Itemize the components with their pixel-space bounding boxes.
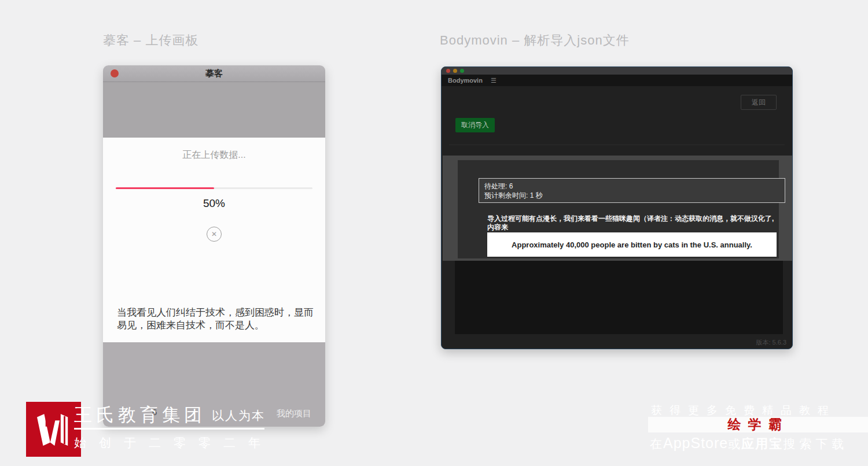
cat-fact-text: Approximately 40,000 people are bitten b… xyxy=(512,241,752,249)
import-progress-panel: 待处理: 6 预计剩余时间: 1 秒 导入过程可能有点漫长，我们来看看一些猫咪趣… xyxy=(443,156,792,261)
divider-line xyxy=(74,428,264,430)
bodymovin-window: Bodymovin ☰ 返回 取消导入 待处理: 6 预计剩余时间: 1 秒 导… xyxy=(441,66,793,349)
window-title: 摹客 xyxy=(205,68,223,79)
company-slogan: 以人为本 xyxy=(212,408,265,424)
my-projects-link[interactable]: 我的项目 xyxy=(277,408,311,419)
w-book-logo-icon xyxy=(26,402,81,457)
preview-area xyxy=(455,261,783,334)
scrollbar-left[interactable] xyxy=(443,156,458,261)
pending-info-box: 待处理: 6 预计剩余时间: 1 秒 xyxy=(479,178,785,203)
brand-name: 绘学霸 xyxy=(728,416,789,434)
mockplus-titlebar: 摹客 xyxy=(103,65,325,82)
company-logo xyxy=(26,402,81,457)
pending-count: 待处理: 6 xyxy=(484,182,785,191)
cat-fact-box: Approximately 40,000 people are bitten b… xyxy=(487,232,777,257)
import-progress-content: 待处理: 6 预计剩余时间: 1 秒 导入过程可能有点漫长，我们来看看一些猫咪趣… xyxy=(458,160,779,258)
company-name: 王氏教育集团 xyxy=(74,403,206,427)
download-prefix: 在 xyxy=(650,436,663,452)
appstore-text: AppStore xyxy=(663,435,728,452)
bodymovin-titlebar xyxy=(442,67,792,75)
founded-text: 始创于二零零二年 xyxy=(74,435,273,451)
scrollbar-right[interactable] xyxy=(779,156,792,261)
note-line-1: 导入过程可能有点漫长，我们来看看一些猫咪趣闻（译者注：动态获取的消息，就不做汉化… xyxy=(487,214,778,232)
download-instruction: 在 AppStore 或 应用宝 搜索下载 xyxy=(650,435,848,453)
progress-fill xyxy=(116,187,214,189)
upload-dialog-body: 正在上传数据... 50% ✕ 当我看见人们纠结于技术，感到困惑时，显而 易见，… xyxy=(103,138,325,342)
zoom-traffic-light-icon[interactable] xyxy=(460,69,464,73)
upload-progress-bar xyxy=(116,187,312,189)
hamburger-menu-icon[interactable]: ☰ xyxy=(491,77,496,84)
divider xyxy=(449,145,785,145)
bodymovin-menubar: Bodymovin ☰ xyxy=(442,75,792,86)
back-button[interactable]: 返回 xyxy=(741,95,777,110)
time-remaining: 预计剩余时间: 1 秒 xyxy=(484,191,785,200)
right-section-heading: Bodymovin – 解析导入json文件 xyxy=(440,32,630,49)
brand-name-band: 绘学霸 xyxy=(648,417,868,432)
minimize-traffic-light-icon[interactable] xyxy=(453,69,457,73)
cancel-upload-icon[interactable]: ✕ xyxy=(207,227,222,242)
close-traffic-light-icon[interactable] xyxy=(446,69,450,73)
left-section-heading: 摹客 – 上传画板 xyxy=(103,32,198,49)
download-or: 或 xyxy=(728,436,741,452)
app-title: Bodymovin xyxy=(448,77,483,84)
yingyongbao-text: 应用宝 xyxy=(741,435,783,453)
progress-percent: 50% xyxy=(103,197,325,210)
quote-line-2: 易见，困难来自技术，而不是人。 xyxy=(117,319,314,332)
page: 摹客 – 上传画板 Bodymovin – 解析导入json文件 摹客 正在上传… xyxy=(0,0,868,466)
quote-line-1: 当我看见人们纠结于技术，感到困惑时，显而 xyxy=(117,306,314,319)
uploading-status-text: 正在上传数据... xyxy=(103,149,325,161)
quote-text: 当我看见人们纠结于技术，感到困惑时，显而 易见，困难来自技术，而不是人。 xyxy=(117,306,314,331)
cancel-import-button[interactable]: 取消导入 xyxy=(455,118,495,132)
download-suffix: 搜索下载 xyxy=(783,436,848,452)
artboard-preview-area xyxy=(103,82,325,138)
version-label: 版本: 5.6.3 xyxy=(756,338,786,347)
close-traffic-light-icon[interactable] xyxy=(111,69,119,77)
mockplus-window: 摹客 正在上传数据... 50% ✕ 当我看见人们纠结于技术，感到困惑时，显而 … xyxy=(103,65,325,427)
